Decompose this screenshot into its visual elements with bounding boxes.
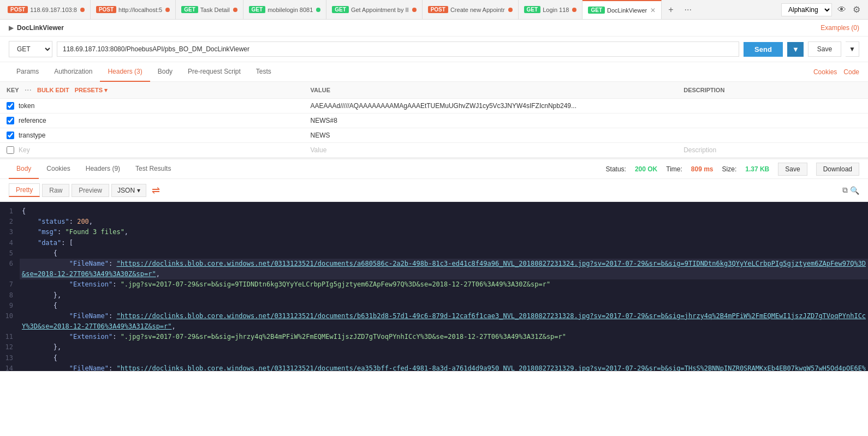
code-line: 13 { — [0, 353, 868, 363]
line-content: { — [20, 353, 868, 363]
tab-get-3[interactable]: GET Task Detail — [176, 0, 243, 20]
download-button[interactable]: Download — [816, 163, 859, 176]
tab-label-3: Task Detail — [200, 7, 230, 13]
tab-dot-6 — [508, 8, 513, 12]
tab-dot-2 — [165, 8, 170, 12]
code-line: 14 "FileName": "https://doclinks.blob.co… — [0, 363, 868, 371]
tab-bar-right: AlphaKing 👁 ⚙ — [781, 3, 866, 16]
format-tabs: Pretty Raw Preview JSON ▾ ⇌ ⧉ 🔍 — [0, 179, 868, 202]
code-line: 6 "FileName": "https://doclinks.blob.cor… — [0, 259, 868, 279]
code-line: 1{ — [0, 206, 868, 217]
json-format-dropdown[interactable]: JSON ▾ — [111, 184, 146, 197]
code-line: 10 "FileName": "https://doclinks.blob.co… — [0, 311, 868, 332]
header-desc-3: Description — [677, 143, 868, 158]
header-menu-button[interactable]: ··· — [25, 85, 32, 95]
tab-get-4[interactable]: GET mobilelogin 8081 — [243, 0, 327, 20]
code-line: 12 }, — [0, 342, 868, 353]
line-number: 7 — [0, 279, 20, 290]
presets-link[interactable]: Presets ▾ — [75, 87, 108, 94]
line-number: 12 — [0, 342, 20, 353]
search-response-button[interactable]: 🔍 — [850, 186, 859, 195]
fmt-tab-raw[interactable]: Raw — [42, 184, 69, 197]
response-area: Body Cookies Headers (9) Test Results St… — [0, 158, 868, 371]
resp-tab-cookies[interactable]: Cookies — [39, 159, 78, 179]
tab-get-8[interactable]: GET DocLinkViewer ✕ — [582, 0, 662, 20]
more-tabs-button[interactable]: ··· — [681, 4, 695, 16]
method-badge-get7: GET — [524, 6, 541, 13]
send-button[interactable]: Send — [744, 42, 783, 57]
tab-tests[interactable]: Tests — [248, 62, 279, 82]
line-number: 3 — [0, 227, 20, 237]
send-dropdown-button[interactable]: ▼ — [787, 42, 804, 57]
line-content: { — [20, 206, 868, 217]
line-content: "FileName": "https://doclinks.blob.core.… — [20, 363, 868, 371]
tab-dot-3 — [233, 8, 237, 12]
req-tab-right: Cookies Code — [813, 63, 859, 81]
wrap-toggle-button[interactable]: ⇌ — [152, 184, 160, 196]
add-tab-button[interactable]: + — [665, 4, 676, 16]
line-number: 10 — [0, 311, 20, 332]
bulk-edit-link[interactable]: Bulk Edit — [37, 87, 69, 93]
line-number: 11 — [0, 332, 20, 342]
size-value: 1.37 KB — [745, 165, 769, 173]
profile-select[interactable]: AlphaKing — [781, 3, 832, 16]
header-checkbox-0[interactable] — [7, 102, 14, 110]
tab-get-5[interactable]: GET Get Appointment by II — [326, 0, 422, 20]
code-line: 5 { — [0, 248, 868, 259]
line-number: 5 — [0, 248, 20, 259]
line-number: 14 — [0, 363, 20, 371]
method-badge-get8: GET — [588, 7, 605, 14]
tab-headers[interactable]: Headers (3) — [100, 62, 150, 82]
code-area: 1{2 "status": 200,3 "msg": "Found 3 file… — [0, 202, 868, 371]
tab-post-1[interactable]: POST 118.69.187.103:8 — [2, 0, 91, 20]
line-number: 9 — [0, 301, 20, 311]
table-row: Key Value Description — [0, 143, 868, 158]
line-content: { — [20, 248, 868, 259]
method-select[interactable]: GET — [9, 41, 52, 57]
tab-get-7[interactable]: GET Login 118 — [519, 0, 583, 20]
line-number: 13 — [0, 353, 20, 363]
examples-link[interactable]: Examples (0) — [821, 24, 859, 32]
resp-tab-headers[interactable]: Headers (9) — [78, 159, 128, 179]
tab-close-8[interactable]: ✕ — [650, 7, 656, 14]
tab-post-6[interactable]: POST Create new Appointr — [423, 0, 519, 20]
tab-actions: + ··· — [665, 4, 695, 16]
tab-bar: POST 118.69.187.103:8 POST http://localh… — [0, 0, 868, 20]
header-key-1: reference — [19, 117, 46, 124]
line-content: "msg": "Found 3 files", — [20, 227, 868, 237]
line-number: 6 — [0, 259, 20, 279]
save-dropdown-button[interactable]: ▼ — [846, 41, 859, 57]
fmt-tab-preview[interactable]: Preview — [72, 184, 109, 197]
header-value-0: AAEAAAd/////AQAAAAAAAAMAgAAAEtTUEMuUGhvZ… — [304, 99, 677, 114]
header-checkbox-1[interactable] — [7, 117, 14, 124]
method-badge-get3: GET — [181, 6, 198, 13]
url-bar: GET Send ▼ Save ▼ — [0, 37, 868, 62]
tab-post-2[interactable]: POST http://localhost:5 — [91, 0, 176, 20]
save-response-button[interactable]: Save — [778, 163, 807, 176]
line-content: "FileName": "https://doclinks.blob.core.… — [20, 259, 868, 279]
settings-icon-btn[interactable]: ⚙ — [852, 3, 861, 16]
resp-tab-body[interactable]: Body — [9, 159, 39, 179]
tab-authorization[interactable]: Authorization — [46, 62, 100, 82]
copy-response-button[interactable]: ⧉ — [842, 186, 848, 195]
tab-label-8: DocLinkViewer — [607, 7, 647, 14]
line-content: "Extension": ".jpg?sv=2017-07-29&sr=b&si… — [20, 332, 868, 342]
eye-icon-btn[interactable]: 👁 — [836, 4, 847, 16]
fmt-tab-pretty[interactable]: Pretty — [9, 183, 40, 197]
tab-prerequest[interactable]: Pre-request Script — [180, 62, 248, 82]
code-line: 7 "Extension": ".jpg?sv=2017-07-29&sr=b&… — [0, 279, 868, 290]
cookies-link[interactable]: Cookies — [813, 63, 837, 81]
url-input[interactable] — [57, 41, 739, 57]
code-link[interactable]: Code — [843, 63, 859, 81]
resp-tab-testresults[interactable]: Test Results — [128, 159, 179, 179]
line-content: "Extension": ".jpg?sv=2017-07-29&sr=b&si… — [20, 279, 868, 290]
json-label: JSON — [117, 187, 135, 194]
line-content: }, — [20, 342, 868, 353]
tab-params[interactable]: Params — [9, 62, 46, 82]
collapse-arrow[interactable]: ▶ — [9, 24, 14, 32]
save-button[interactable]: Save — [808, 41, 841, 57]
tab-body[interactable]: Body — [150, 62, 180, 82]
header-checkbox-2[interactable] — [7, 132, 14, 139]
time-value: 809 ms — [691, 165, 714, 173]
header-checkbox-3[interactable] — [7, 146, 14, 154]
